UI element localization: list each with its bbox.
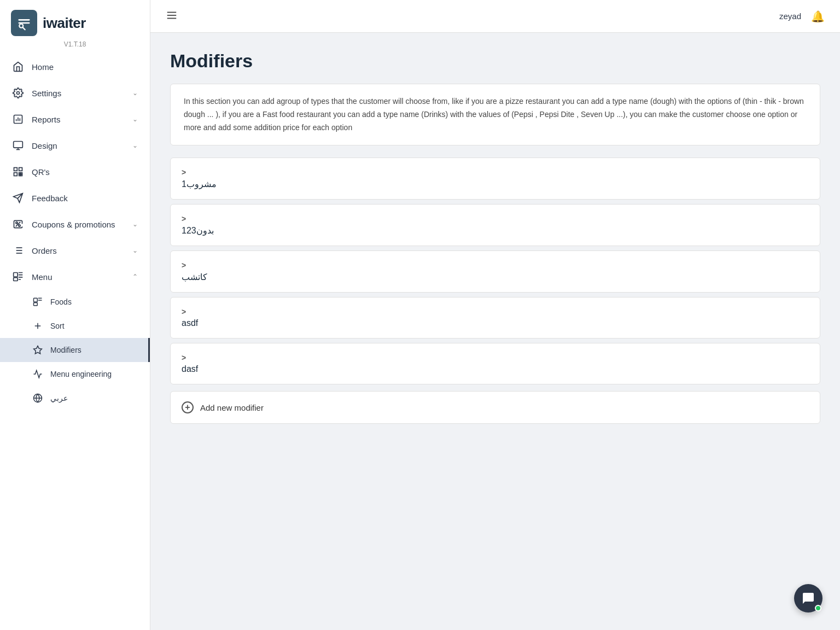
sidebar-reports-label: Reports [32,115,125,124]
orders-chevron: ⌄ [132,247,138,254]
sort-icon [32,320,44,332]
svg-rect-0 [19,19,30,21]
modifier-item[interactable]: > asdf [170,297,820,339]
modifier-chevron: > [182,353,809,362]
svg-rect-13 [14,173,18,176]
reports-icon [12,113,24,125]
svg-point-4 [17,92,20,95]
svg-rect-18 [21,173,22,174]
modifier-chevron: > [182,168,809,177]
sidebar-item-menu[interactable]: Menu ⌃ [0,264,150,290]
home-icon [12,61,24,73]
logo-text: iwaiter [43,15,86,32]
svg-rect-30 [14,273,18,277]
logo-icon [11,10,37,36]
topbar-username: zeyad [779,11,801,21]
sidebar-home-label: Home [32,62,138,72]
modifier-name: asdf [182,318,809,328]
modifier-chevron: > [182,307,809,316]
coupons-chevron: ⌄ [132,220,138,228]
sidebar-orders-label: Orders [32,246,125,255]
reports-chevron: ⌄ [132,115,138,123]
sidebar-sub-sort[interactable]: Sort [0,314,150,338]
bell-icon[interactable]: 🔔 [811,10,825,23]
svg-point-21 [16,222,18,224]
feedback-icon [12,192,24,204]
svg-rect-14 [19,168,22,171]
sidebar-menu-label: Menu [32,272,125,282]
engineering-icon [32,368,44,380]
sidebar-feedback-label: Feedback [32,194,138,203]
menu-chevron: ⌃ [132,273,138,281]
add-modifier-button[interactable]: + Add new modifier [170,391,820,424]
modifier-name: كاتشب [182,272,809,282]
sidebar-sub-menu-engineering[interactable]: Menu engineering [0,362,150,386]
coupons-icon [12,218,24,230]
chat-online-dot [815,605,821,611]
chat-bubble-button[interactable] [794,584,822,612]
sidebar-sub-arabic[interactable]: عربي [0,386,150,410]
svg-point-22 [19,225,20,226]
foods-icon [32,296,44,308]
svg-rect-32 [34,298,38,302]
svg-rect-12 [14,168,18,171]
modifier-item[interactable]: > مشروب1 [170,158,820,200]
sidebar-item-feedback[interactable]: Feedback [0,185,150,211]
modifier-list: > مشروب1 > بدون123 > كاتشب > asdf > dasf [170,158,820,389]
add-modifier-label: Add new modifier [200,403,264,412]
settings-chevron: ⌄ [132,89,138,97]
sidebar-modifiers-label: Modifiers [50,346,81,354]
sidebar-sort-label: Sort [50,322,65,330]
main-area: zeyad 🔔 Modifiers In this section you ca… [150,0,840,630]
modifiers-icon [32,344,44,356]
sidebar-sub-modifiers[interactable]: Modifiers [0,338,150,362]
svg-rect-31 [14,278,18,281]
sidebar-design-label: Design [32,141,125,150]
sidebar-item-orders[interactable]: Orders ⌄ [0,237,150,264]
version-label: V1.T.18 [0,40,150,54]
sidebar-sub-foods[interactable]: Foods [0,290,150,314]
sidebar-engineering-label: Menu engineering [50,370,112,378]
sidebar-arabic-label: عربي [50,394,68,402]
modifier-name: بدون123 [182,225,809,236]
sidebar-item-coupons[interactable]: Coupons & promotions ⌄ [0,211,150,237]
sidebar-coupons-label: Coupons & promotions [32,220,125,229]
sidebar-item-reports[interactable]: Reports ⌄ [0,106,150,132]
modifier-item[interactable]: > بدون123 [170,204,820,246]
topbar-right: zeyad 🔔 [779,10,825,23]
sidebar-item-qrs[interactable]: QR's [0,159,150,185]
modifier-name: dasf [182,364,809,374]
orders-icon [12,244,24,256]
sidebar: iwaiter V1.T.18 Home Settings ⌄ Reports … [0,0,150,630]
svg-rect-1 [19,22,30,24]
content-area: Modifiers In this section you can add ag… [150,33,840,630]
sidebar-qrs-label: QR's [32,167,138,177]
sidebar-settings-label: Settings [32,89,125,98]
svg-line-3 [22,27,25,30]
svg-line-23 [16,222,20,226]
svg-rect-9 [14,142,23,148]
settings-icon [12,87,24,99]
modifier-name: مشروب1 [182,179,809,189]
description-text: In this section you can add agroup of ty… [184,97,804,132]
modifier-item[interactable]: > dasf [170,343,820,384]
design-icon [12,139,24,151]
modifier-chevron: > [182,261,809,270]
sidebar-foods-label: Foods [50,298,72,306]
description-box: In this section you can add agroup of ty… [170,84,820,145]
sidebar-item-home[interactable]: Home [0,54,150,80]
svg-rect-16 [21,174,22,176]
add-circle-icon: + [182,401,194,413]
svg-rect-33 [34,303,38,306]
menu-icon [12,271,24,283]
sidebar-toggle-button[interactable] [166,9,178,24]
design-chevron: ⌄ [132,142,138,149]
modifier-item[interactable]: > كاتشب [170,250,820,293]
topbar: zeyad 🔔 [150,0,840,33]
sidebar-item-settings[interactable]: Settings ⌄ [0,80,150,106]
logo-area: iwaiter [0,0,150,40]
svg-marker-36 [34,346,42,354]
svg-rect-17 [19,174,21,176]
sidebar-item-design[interactable]: Design ⌄ [0,132,150,159]
modifier-chevron: > [182,214,809,223]
